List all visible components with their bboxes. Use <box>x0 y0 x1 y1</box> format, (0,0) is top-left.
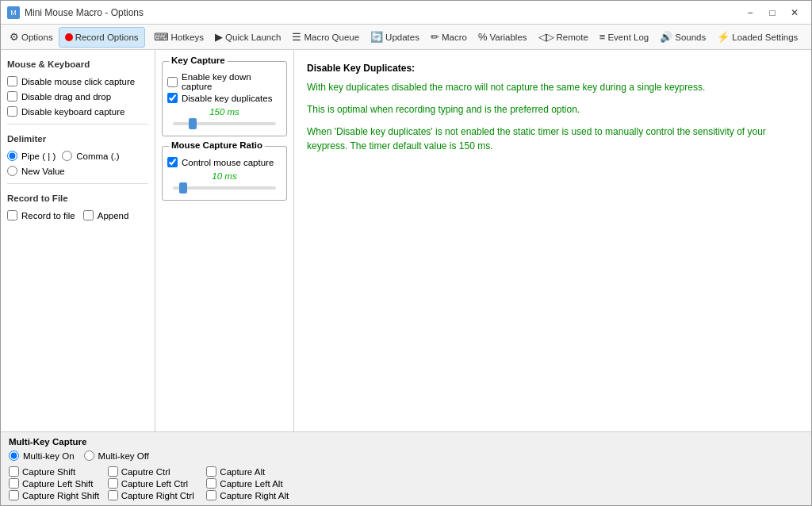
record-to-file-checkbox-label[interactable]: Record to file <box>21 211 75 220</box>
capture-left-shift-checkbox[interactable] <box>9 478 19 489</box>
disable-keyboard-checkbox[interactable] <box>7 106 17 117</box>
title-controls: − □ ✕ <box>740 4 805 21</box>
caputre-ctrl-item: Caputre Ctrl <box>108 466 204 477</box>
capture-left-ctrl-checkbox[interactable] <box>108 478 118 489</box>
disable-keyboard-label[interactable]: Disable keyboard capture <box>21 107 124 117</box>
capture-left-ctrl-item: Capture Left Ctrl <box>108 478 204 489</box>
capture-shift-label: Capture Shift <box>22 467 75 477</box>
uninstall-button[interactable]: 🗑 Uninstall <box>806 27 812 48</box>
capture-right-shift-item: Capture Right Shift <box>9 490 105 500</box>
new-value-radio-row: New Value <box>7 165 148 177</box>
record-to-file-checkbox[interactable] <box>7 210 17 220</box>
disable-drag-drop-label[interactable]: Disable drag and drop <box>21 92 111 102</box>
comma-label[interactable]: Comma (.) <box>76 151 119 161</box>
multi-key-off-label[interactable]: Multi-key Off <box>98 451 149 461</box>
disable-mouse-click-label[interactable]: Disable mouse click capture <box>21 77 135 86</box>
control-mouse-label[interactable]: Control mouse capture <box>182 158 274 167</box>
app-icon: M <box>7 6 20 19</box>
multi-key-capture-header: Multi-Key Capture <box>9 437 803 447</box>
pipe-radio[interactable] <box>7 151 17 161</box>
new-value-label[interactable]: New Value <box>21 167 65 176</box>
record-icon <box>65 33 73 41</box>
hotkeys-icon: ⌨ <box>154 31 169 43</box>
top-content: Mouse & Keyboard Disable mouse click cap… <box>1 50 811 431</box>
close-button[interactable]: ✕ <box>784 4 805 21</box>
options-icon: ⚙ <box>10 31 19 43</box>
maximize-button[interactable]: □ <box>762 4 783 21</box>
append-checkbox[interactable] <box>83 210 94 220</box>
minimize-button[interactable]: − <box>740 4 760 21</box>
disable-key-dup-checkbox[interactable] <box>167 93 178 103</box>
macro-button[interactable]: ✏ Macro <box>425 27 473 48</box>
remote-button[interactable]: ◁▷ Remote <box>533 27 594 48</box>
remote-icon: ◁▷ <box>538 31 554 43</box>
capture-right-alt-label: Capture Right Alt <box>220 491 289 500</box>
capture-left-alt-item: Capture Left Alt <box>206 478 302 489</box>
sounds-button[interactable]: 🔊 Sounds <box>654 27 711 48</box>
multi-key-on-radio[interactable] <box>9 450 19 461</box>
main-window: M Mini Mouse Macro - Options − □ ✕ ⚙ Opt… <box>0 0 812 506</box>
capture-shift-checkbox[interactable] <box>9 466 19 477</box>
capture-right-shift-checkbox[interactable] <box>9 490 19 500</box>
key-capture-title: Key Capture <box>169 56 228 65</box>
event-log-icon: ≡ <box>599 31 606 43</box>
macro-icon: ✏ <box>431 31 439 43</box>
quick-launch-icon: ▶ <box>215 31 223 43</box>
key-capture-slider-wrapper <box>173 118 276 129</box>
record-options-button[interactable]: Record Options <box>59 27 145 48</box>
capture-alt-label: Capture Alt <box>220 467 265 477</box>
capture-left-alt-checkbox[interactable] <box>206 478 216 489</box>
caputre-ctrl-checkbox[interactable] <box>108 466 118 477</box>
middle-panel: Key Capture Enable key down capture Disa… <box>155 50 294 431</box>
disable-key-dup-row: Disable key duplicates <box>167 92 282 104</box>
control-mouse-row: Control mouse capture <box>167 156 282 168</box>
updates-button[interactable]: 🔄 Updates <box>365 27 425 48</box>
capture-shift-item: Capture Shift <box>9 466 105 477</box>
right-panel: Disable Key Duplicates: With key duplica… <box>294 50 811 431</box>
capture-right-alt-checkbox[interactable] <box>206 490 216 500</box>
capture-grid: Capture Shift Caputre Ctrl Capture Alt C… <box>9 466 302 500</box>
new-value-radio[interactable] <box>7 166 17 176</box>
quick-launch-button[interactable]: ▶ Quick Launch <box>209 27 286 48</box>
control-mouse-checkbox[interactable] <box>167 157 178 167</box>
options-button[interactable]: ⚙ Options <box>4 27 59 48</box>
append-label[interactable]: Append <box>98 211 129 220</box>
mouse-capture-title: Mouse Capture Ratio <box>169 140 265 150</box>
capture-right-ctrl-label: Capture Right Ctrl <box>121 491 194 500</box>
variables-icon: % <box>478 31 488 43</box>
variables-button[interactable]: % Variables <box>473 27 533 48</box>
capture-right-ctrl-checkbox[interactable] <box>108 490 118 500</box>
disable-drag-drop-checkbox[interactable] <box>7 91 17 102</box>
pipe-label[interactable]: Pipe ( | ) <box>21 151 56 161</box>
hotkeys-button[interactable]: ⌨ Hotkeys <box>148 27 210 48</box>
multi-key-on-label[interactable]: Multi-key On <box>23 451 75 461</box>
enable-key-down-label[interactable]: Enable key down capture <box>182 72 282 91</box>
mouse-capture-timer-value: 10 ms <box>212 171 236 181</box>
disable-mouse-click-checkbox[interactable] <box>7 76 17 86</box>
mouse-capture-slider-container: 10 ms <box>167 171 282 194</box>
info-text1: With key duplicates disabled the macro w… <box>307 80 799 94</box>
capture-left-ctrl-label: Capture Left Ctrl <box>121 479 188 489</box>
multi-key-options: Multi-key On Multi-key Off <box>9 450 803 462</box>
enable-key-down-checkbox[interactable] <box>167 77 178 87</box>
delimiter-row: Pipe ( | ) Comma (.) <box>7 150 148 162</box>
delimiter-label: Delimiter <box>7 134 148 144</box>
disable-key-dup-label[interactable]: Disable key duplicates <box>182 94 272 103</box>
key-capture-slider-thumb[interactable] <box>189 118 197 129</box>
loaded-settings-icon: ⚡ <box>717 31 730 43</box>
mouse-capture-slider-thumb[interactable] <box>179 182 187 194</box>
capture-alt-item: Capture Alt <box>206 466 302 477</box>
window-title: Mini Mouse Macro - Options <box>25 7 144 18</box>
record-to-file-label: Record to File <box>7 194 148 203</box>
mouse-capture-slider-wrapper <box>173 182 276 194</box>
multi-key-off-radio[interactable] <box>84 450 94 461</box>
comma-radio[interactable] <box>62 151 72 161</box>
loaded-settings-button[interactable]: ⚡ Loaded Settings <box>711 27 803 48</box>
mouse-slider-track-bg <box>173 186 276 190</box>
capture-right-shift-label: Capture Right Shift <box>22 491 99 500</box>
macro-queue-button[interactable]: ☰ Macro Queue <box>286 27 365 48</box>
event-log-button[interactable]: ≡ Event Log <box>594 27 654 48</box>
capture-alt-checkbox[interactable] <box>206 466 216 477</box>
record-to-file-row: Record to file <box>7 209 75 221</box>
capture-left-shift-item: Capture Left Shift <box>9 478 105 489</box>
